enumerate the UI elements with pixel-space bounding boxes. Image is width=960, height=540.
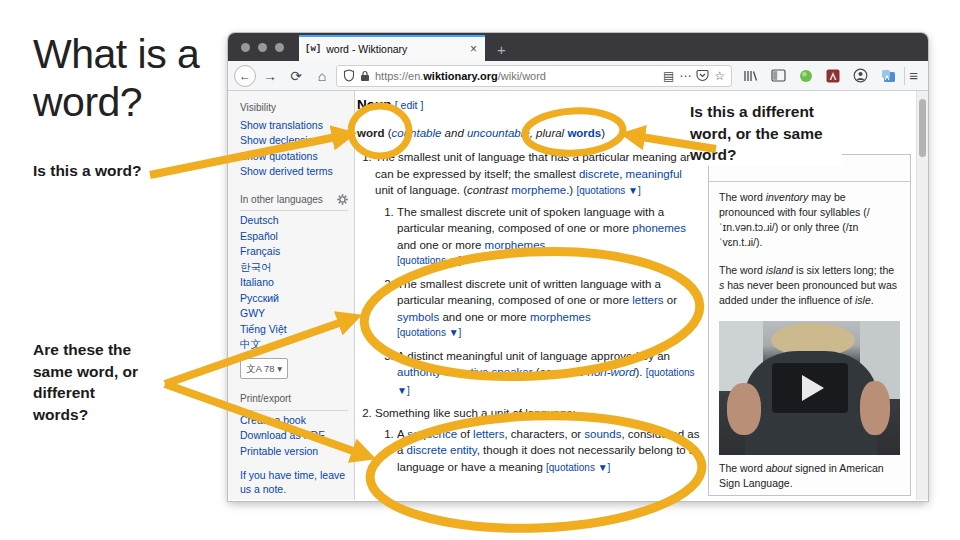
sidebar-toggle-icon[interactable] xyxy=(771,69,786,82)
url-domain: wiktionary.org xyxy=(423,70,497,82)
asl-video-thumbnail[interactable] xyxy=(719,321,900,455)
gear-icon[interactable] xyxy=(337,194,348,205)
sidebar-link-show-translations[interactable]: Show translations xyxy=(240,118,348,134)
wiki-link[interactable]: letters xyxy=(632,294,663,306)
wiki-link[interactable]: discrete xyxy=(579,168,619,180)
wiki-link[interactable]: morphemes xyxy=(485,239,546,251)
question-is-this-a-word: Is this a word? xyxy=(33,160,163,182)
tracking-shield-icon[interactable] xyxy=(343,69,355,82)
example-inventory: The word inventory may be pronounced wit… xyxy=(719,190,900,250)
definition-2: Something like such a unit of language: xyxy=(375,405,703,422)
sidebar-lang-korean[interactable]: 한국어 xyxy=(240,260,348,276)
sidebar-link-printable-version[interactable]: Printable version xyxy=(240,444,348,460)
wiki-link[interactable]: uncountable xyxy=(467,127,530,139)
wiki-link[interactable]: [quotations ▼] xyxy=(397,253,703,270)
text-run: ). xyxy=(635,366,645,378)
wiki-link[interactable]: native speaker xyxy=(458,366,533,378)
sidebar-lang-vietnamese[interactable]: Tiếng Việt xyxy=(240,322,348,338)
reader-mode-icon[interactable]: ▤ xyxy=(663,70,674,82)
sidebar-note-link[interactable]: If you have time, leave us a note. xyxy=(240,469,348,496)
wiki-link[interactable]: morpheme xyxy=(511,184,566,196)
examples-box: The word inventory may be pronounced wit… xyxy=(708,154,911,496)
account-icon[interactable] xyxy=(853,68,868,83)
text-run: isle xyxy=(855,294,871,306)
window-controls[interactable] xyxy=(241,43,284,52)
slide-title: What is a word? xyxy=(33,30,243,127)
text-run: plural xyxy=(536,127,564,139)
url-bar[interactable]: https://en.wiktionary.org/wiki/word ▤ ⋯ … xyxy=(336,65,732,87)
video-person-hand xyxy=(727,383,761,435)
sidebar-link-create-a-book[interactable]: Create a book xyxy=(240,413,348,429)
sidebar-lang-francais[interactable]: Français xyxy=(240,244,348,260)
translate-extension-icon[interactable] xyxy=(881,69,896,83)
toolbar-extensions xyxy=(743,68,896,83)
wiki-link[interactable]: words xyxy=(567,127,601,139)
wiki-link[interactable]: sequence xyxy=(407,428,457,440)
wiki-link[interactable]: discrete entity xyxy=(407,444,477,456)
tab-word-wiktionary[interactable]: [w] word - Wiktionary × xyxy=(299,35,485,61)
wiki-link[interactable]: countable xyxy=(392,127,442,139)
home-button[interactable]: ⌂ xyxy=(310,64,334,88)
wiki-link[interactable]: meaningful xyxy=(626,168,682,180)
scrollbar-thumb[interactable] xyxy=(919,99,926,157)
wiki-link[interactable]: [quotations ▼] xyxy=(546,462,610,473)
pocket-icon[interactable] xyxy=(696,69,709,82)
text-run: The word xyxy=(719,462,766,474)
new-tab-button[interactable]: + xyxy=(497,42,506,57)
sidebar-lang-russian[interactable]: Русский xyxy=(240,291,348,307)
sidebar-lang-italiano[interactable]: Italiano xyxy=(240,275,348,291)
maximize-window-button[interactable] xyxy=(275,43,284,52)
text-run: or xyxy=(441,366,458,378)
page-scrollbar[interactable] xyxy=(916,91,928,500)
extension-globe-icon[interactable] xyxy=(799,69,813,83)
play-button[interactable] xyxy=(772,363,848,413)
text-run: and xyxy=(441,127,467,139)
sidebar-link-download-as-pdf[interactable]: Download as PDF xyxy=(240,428,348,444)
wiki-link[interactable]: [quotations ▼] xyxy=(397,325,703,342)
adobe-pdf-icon[interactable] xyxy=(826,69,840,83)
wiki-link[interactable]: sounds xyxy=(584,428,621,440)
url-text[interactable]: https://en.wiktionary.org/wiki/word xyxy=(375,70,658,82)
text-run: The smallest discrete unit of written la… xyxy=(397,278,661,307)
wiki-link[interactable]: non-word xyxy=(588,366,636,378)
text-run: word xyxy=(357,127,384,139)
text-run: about xyxy=(766,462,792,474)
library-icon[interactable] xyxy=(743,69,758,83)
wiki-link[interactable]: morphemes xyxy=(530,311,591,323)
wiktionary-favicon-icon: [w] xyxy=(305,44,321,54)
edit-link[interactable]: [ edit ] xyxy=(395,99,424,111)
definition-list: The smallest unit of language that has a… xyxy=(357,149,703,476)
sidebar-link-show-declension[interactable]: Show declension xyxy=(240,133,348,149)
sidebar-link-show-derived-terms[interactable]: Show derived terms xyxy=(240,164,348,180)
bookmark-star-icon[interactable]: ☆ xyxy=(714,70,725,82)
sidebar-lang-deutsch[interactable]: Deutsch xyxy=(240,213,348,229)
sidebar-link-show-quotations[interactable]: Show quotations xyxy=(240,149,348,165)
minimize-window-button[interactable] xyxy=(258,43,267,52)
menu-icon[interactable]: ≡ xyxy=(909,67,918,84)
language-settings-button[interactable]: 文A 78 ▾ xyxy=(240,358,288,380)
url-path: /wiki/word xyxy=(498,70,546,82)
wiki-link[interactable]: phonemes xyxy=(632,222,686,234)
wiki-link[interactable]: authority xyxy=(397,366,441,378)
toolbar-separator xyxy=(904,67,905,85)
page-actions-icon[interactable]: ⋯ xyxy=(679,70,691,82)
forward-button[interactable]: → xyxy=(258,64,282,88)
definition-1-3: A distinct meaningful unit of language a… xyxy=(397,348,703,400)
close-window-button[interactable] xyxy=(241,43,250,52)
tab-title: word - Wiktionary xyxy=(326,43,463,55)
play-icon xyxy=(802,375,824,401)
wiki-link[interactable]: [quotations ▼] xyxy=(576,185,640,196)
wiki-link[interactable]: letters xyxy=(473,428,504,440)
back-button[interactable]: ← xyxy=(234,65,256,87)
wiki-link[interactable]: symbols xyxy=(397,311,439,323)
sidebar-lang-espanol[interactable]: Español xyxy=(240,229,348,245)
text-run: Something like such a unit of language: xyxy=(375,407,576,419)
url-scheme: https://en. xyxy=(375,70,423,82)
text-run: A xyxy=(397,428,407,440)
text-run: or xyxy=(664,294,677,306)
sidebar-lang-cherokee[interactable]: GWY xyxy=(240,306,348,322)
reload-button[interactable]: ⟳ xyxy=(284,64,308,88)
tab-close-icon[interactable]: × xyxy=(468,42,479,56)
lock-icon xyxy=(360,70,370,82)
sidebar-lang-chinese[interactable]: 中文 xyxy=(240,337,348,353)
